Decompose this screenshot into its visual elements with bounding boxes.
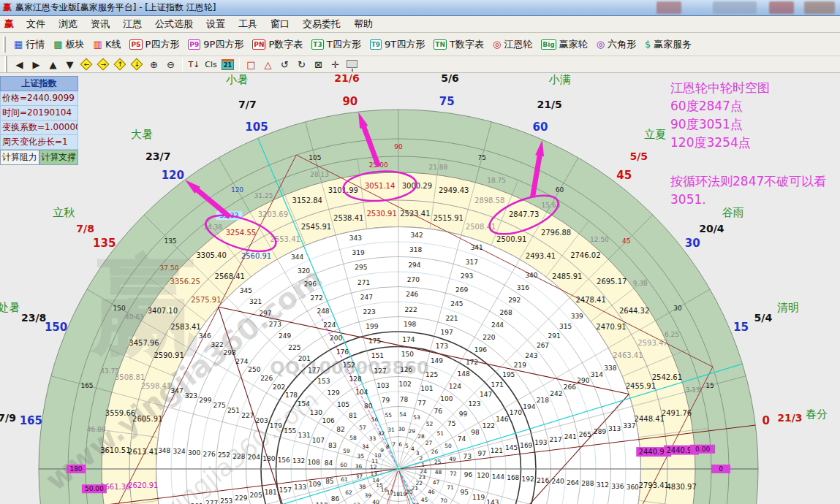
- calc-support-button[interactable]: 计算支撑: [39, 150, 79, 165]
- svg-text:298: 298: [223, 349, 235, 356]
- svg-text:104: 104: [355, 389, 368, 396]
- square-tool-button[interactable]: □: [243, 57, 260, 72]
- svg-text:119: 119: [472, 494, 485, 501]
- svg-text:126: 126: [400, 366, 412, 373]
- svg-text:28: 28: [417, 433, 425, 440]
- menu-交易委托[interactable]: 交易委托: [296, 16, 347, 32]
- svg-text:321: 321: [249, 298, 262, 305]
- svg-text:31: 31: [387, 427, 395, 433]
- svg-text:248: 248: [317, 308, 329, 315]
- center-cross-button[interactable]: ✛: [327, 57, 344, 72]
- svg-text:77: 77: [417, 400, 425, 407]
- toolbar-T四方形-button[interactable]: T3T四方形: [307, 36, 365, 53]
- svg-text:247: 247: [360, 294, 373, 301]
- svg-text:7/7: 7/7: [238, 99, 257, 110]
- triangle-tool-button[interactable]: △: [260, 57, 276, 72]
- svg-text:4830.97: 4830.97: [666, 483, 696, 491]
- step-down-button[interactable]: ▼: [61, 57, 78, 72]
- menu-帮助[interactable]: 帮助: [347, 16, 379, 32]
- toolbar-T数字表-button[interactable]: TNT数字表: [429, 36, 488, 53]
- svg-text:312: 312: [597, 481, 609, 489]
- svg-text:313: 313: [608, 425, 621, 432]
- svg-text:53: 53: [413, 414, 420, 421]
- svg-text:40: 40: [372, 499, 379, 504]
- cls-button[interactable]: Cls: [203, 57, 219, 72]
- toolbar-separator: [239, 58, 240, 71]
- gann-wheel-canvas[interactable]: www.yingjia360.comwww.yingjia360.comQQ:1…: [0, 73, 840, 504]
- svg-text:336: 336: [611, 483, 624, 490]
- svg-text:7/8: 7/8: [76, 223, 94, 234]
- svg-text:228: 228: [232, 453, 245, 460]
- toolbar-label: 六角形: [608, 38, 636, 51]
- toolbar-grip: [4, 56, 7, 72]
- svg-text:265: 265: [579, 431, 591, 438]
- menu-工具[interactable]: 工具: [232, 16, 264, 32]
- svg-text:51: 51: [436, 430, 444, 437]
- toolbar-江恩轮-button[interactable]: ◎江恩轮: [488, 36, 537, 53]
- shift-right-button[interactable]: →: [95, 57, 112, 72]
- toolbar-赢家轮-button[interactable]: Big赢家轮: [537, 36, 591, 53]
- svg-text:15: 15: [705, 382, 714, 389]
- toolbar-9T四方形-button[interactable]: T99T四方形: [366, 36, 430, 53]
- box-x-button[interactable]: ⊠: [310, 57, 327, 72]
- svg-text:174: 174: [402, 336, 415, 343]
- invert-button[interactable]: T↓: [186, 57, 203, 72]
- toolbar-板块-button[interactable]: ▩板块: [49, 36, 88, 53]
- toolbar-K线-button[interactable]: ▥K线: [89, 36, 126, 53]
- menu-资讯[interactable]: 资讯: [84, 16, 116, 32]
- page-left-button[interactable]: ◀: [11, 57, 28, 72]
- svg-text:243: 243: [525, 352, 537, 359]
- svg-text:59: 59: [343, 448, 350, 454]
- svg-text:135: 135: [164, 237, 177, 245]
- svg-text:106: 106: [322, 417, 335, 424]
- svg-text:3: 3: [416, 450, 420, 457]
- menu-窗口[interactable]: 窗口: [264, 16, 296, 32]
- toolbar-行情-button[interactable]: ▦行情: [10, 36, 49, 53]
- svg-text:5/4: 5/4: [754, 312, 773, 324]
- svg-text:178: 178: [285, 392, 298, 399]
- svg-text:296: 296: [304, 280, 317, 288]
- menu-公式选股[interactable]: 公式选股: [148, 16, 200, 32]
- shift-up-button[interactable]: ↑: [112, 57, 129, 72]
- menu-文件[interactable]: 文件: [20, 16, 52, 32]
- toolbar-赢家服务-button[interactable]: $赢家服务: [640, 36, 696, 53]
- svg-text:45: 45: [421, 497, 428, 503]
- toolbar-9P四方形-button[interactable]: P99P四方形: [183, 36, 248, 53]
- svg-text:36: 36: [355, 463, 363, 470]
- svg-text:173: 173: [436, 343, 448, 350]
- shift-left-button[interactable]: ←: [78, 57, 95, 72]
- toolbar-P四方形-button[interactable]: PSP四方形: [125, 36, 183, 53]
- svg-text:38: 38: [359, 484, 366, 490]
- svg-text:195: 195: [502, 371, 515, 378]
- toolbar-六角形-button[interactable]: ◎六角形: [592, 36, 640, 53]
- svg-text:11: 11: [371, 458, 379, 465]
- svg-text:46: 46: [428, 489, 435, 495]
- calc-resistance-button[interactable]: 计算阻力: [0, 150, 39, 165]
- svg-text:132: 132: [292, 457, 305, 465]
- toolbar-label: 江恩轮: [504, 38, 532, 51]
- zoom-in-button[interactable]: ⊕: [145, 57, 162, 72]
- svg-text:120: 120: [162, 169, 184, 182]
- svg-text:277: 277: [205, 500, 218, 504]
- calendar-button[interactable]: 21: [219, 57, 236, 72]
- svg-text:340: 340: [525, 272, 537, 279]
- zoom-out-button[interactable]: ⊖: [162, 57, 179, 72]
- toolbar-P数字表-button[interactable]: PNP数字表: [248, 36, 307, 53]
- svg-text:72: 72: [450, 470, 457, 477]
- svg-text:20/4: 20/4: [699, 223, 724, 234]
- projector-button[interactable]: [344, 57, 360, 72]
- svg-text:2538.41: 2538.41: [333, 214, 363, 222]
- step-up-button[interactable]: ▲: [45, 57, 61, 72]
- menu-设置[interactable]: 设置: [200, 16, 232, 32]
- page-right-button[interactable]: ▶: [28, 57, 45, 72]
- svg-text:103: 103: [377, 382, 389, 389]
- svg-text:292: 292: [508, 297, 521, 304]
- rotate-ccw-button[interactable]: ↺: [276, 57, 293, 72]
- menu-浏览[interactable]: 浏览: [52, 16, 84, 32]
- svg-text:2598.41: 2598.41: [141, 382, 171, 390]
- taskbar-artifact: [713, 1, 757, 14]
- menu-江恩[interactable]: 江恩: [116, 16, 148, 32]
- shift-down-button[interactable]: ↓: [129, 57, 145, 72]
- rotate-cw-button[interactable]: ↻: [293, 57, 310, 72]
- svg-text:3254.55: 3254.55: [226, 229, 256, 237]
